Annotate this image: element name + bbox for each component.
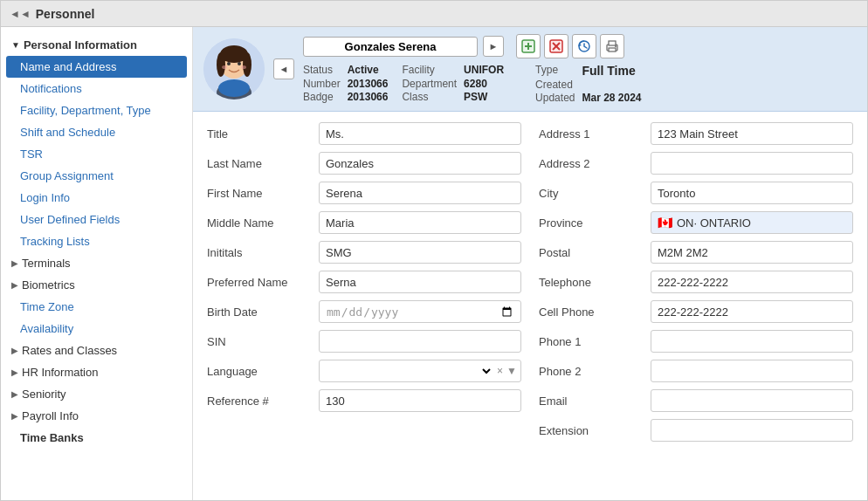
initials-label: Inititals [207,246,312,259]
nav-next-button[interactable]: ► [483,36,504,57]
language-select[interactable] [323,364,493,379]
province-input[interactable]: 🇨🇦 ON· ONTARIO [651,211,853,234]
province-row: Province 🇨🇦 ON· ONTARIO [539,211,853,234]
sidebar-item-biometrics[interactable]: ▶ Biometrics [1,274,192,296]
birth-date-input[interactable] [319,300,521,323]
middle-name-row: Middle Name [207,211,521,234]
select-arrow-icon[interactable]: ▼ [506,365,517,377]
form-left: Title Last Name First Name [207,122,521,490]
sidebar-item-facility-dept-type[interactable]: Facility, Department, Type [1,100,192,121]
telephone-label: Telephone [539,276,644,289]
city-input[interactable] [651,182,853,204]
svg-point-23 [615,45,617,47]
birth-date-row: Birth Date [207,300,521,323]
svg-marker-19 [579,44,582,46]
badge-label: Badge [303,91,341,104]
sidebar-item-tsr[interactable]: TSR [1,143,192,165]
address1-row: Address 1 [539,122,853,145]
status-label: Status [303,64,341,77]
sidebar-item-name-and-address[interactable]: Name and Address [6,56,187,78]
facility-label: Facility [402,64,457,77]
sin-label: SIN [207,335,312,348]
canada-flag-icon: 🇨🇦 [658,216,672,230]
sidebar-item-tracking-lists[interactable]: Tracking Lists [1,230,192,252]
province-value: ON· ONTARIO [677,216,751,230]
svg-rect-22 [609,48,616,51]
number-label: Number [303,78,341,91]
address2-row: Address 2 [539,152,853,175]
section-arrow: ▼ [11,40,20,50]
telephone-input[interactable] [651,271,853,293]
city-label: City [539,187,644,200]
phone2-label: Phone 2 [539,365,644,378]
sidebar-section-seniority[interactable]: ▶ Seniority [1,383,192,405]
reference-input[interactable] [319,389,521,412]
address1-input[interactable] [651,122,853,145]
sidebar-item-time-banks[interactable]: Time Banks [1,427,192,449]
sidebar-section-payroll-info[interactable]: ▶ Payroll Info [1,405,192,427]
phone2-input[interactable] [651,360,853,382]
sidebar-item-availability[interactable]: Availability [1,318,192,340]
last-name-label: Last Name [207,157,312,170]
preferred-name-input[interactable] [319,271,521,293]
add-button[interactable] [516,34,541,58]
sin-row: SIN [207,330,521,353]
sidebar-item-time-zone[interactable]: Time Zone [1,296,192,318]
svg-point-9 [238,62,241,65]
language-row: Language × ▼ [207,360,521,382]
section-label: Personal Information [24,38,137,51]
sin-input[interactable] [319,330,521,353]
last-name-input[interactable] [319,152,521,175]
print-button[interactable] [600,34,624,58]
app-title: Personnel [36,7,95,21]
initials-input[interactable] [319,241,521,264]
sidebar-item-notifications[interactable]: Notifications [1,78,192,100]
history-button[interactable] [572,34,596,58]
sidebar-section-hr-info[interactable]: ▶ HR Information [1,361,192,383]
svg-point-11 [241,65,246,69]
first-name-input[interactable] [319,182,521,204]
city-row: City [539,182,853,204]
title-label: Title [207,127,312,141]
telephone-row: Telephone [539,271,853,293]
sidebar-section-rates-classes[interactable]: ▶ Rates and Classes [1,340,192,361]
department-label: Department [402,78,457,91]
extension-input[interactable] [651,419,853,442]
postal-input[interactable] [651,241,853,264]
created-label: Created [535,79,575,91]
address1-label: Address 1 [539,127,644,141]
title-input[interactable] [319,122,521,145]
nav-prev-button[interactable]: ◄ [273,58,294,79]
sidebar-item-shift-schedule[interactable]: Shift and Schedule [1,121,192,143]
phone1-label: Phone 1 [539,335,644,348]
email-row: Email [539,389,853,412]
record-name-input[interactable] [303,37,478,57]
delete-button[interactable] [544,34,568,58]
address2-input[interactable] [651,152,853,175]
last-name-row: Last Name [207,152,521,175]
type-value: Full Time [582,64,641,78]
svg-point-8 [227,62,231,65]
cell-phone-input[interactable] [651,300,853,323]
sidebar-item-group-assignment[interactable]: Group Assignment [1,165,192,187]
svg-point-10 [222,65,227,69]
biometrics-arrow: ▶ [11,280,18,290]
sidebar-item-terminals[interactable]: ▶ Terminals [1,252,192,274]
cell-phone-row: Cell Phone [539,300,853,323]
extension-row: Extension [539,419,853,442]
email-input[interactable] [651,389,853,412]
province-label: Province [539,216,644,230]
department-value: 6280 [464,78,504,91]
class-value: PSW [464,91,504,104]
created-value [582,79,641,91]
sidebar-section-personal-info[interactable]: ▼ Personal Information [1,34,192,56]
select-clear-icon[interactable]: × [497,365,503,377]
middle-name-input[interactable] [319,211,521,234]
sidebar-item-user-defined-fields[interactable]: User Defined Fields [1,209,192,230]
nav-back-arrows[interactable]: ◄◄ [10,8,31,20]
phone1-input[interactable] [651,330,853,353]
terminals-arrow: ▶ [11,258,18,268]
type-label: Type [535,64,575,78]
content-area: ◄ ► [193,27,867,500]
sidebar-item-login-info[interactable]: Login Info [1,187,192,209]
